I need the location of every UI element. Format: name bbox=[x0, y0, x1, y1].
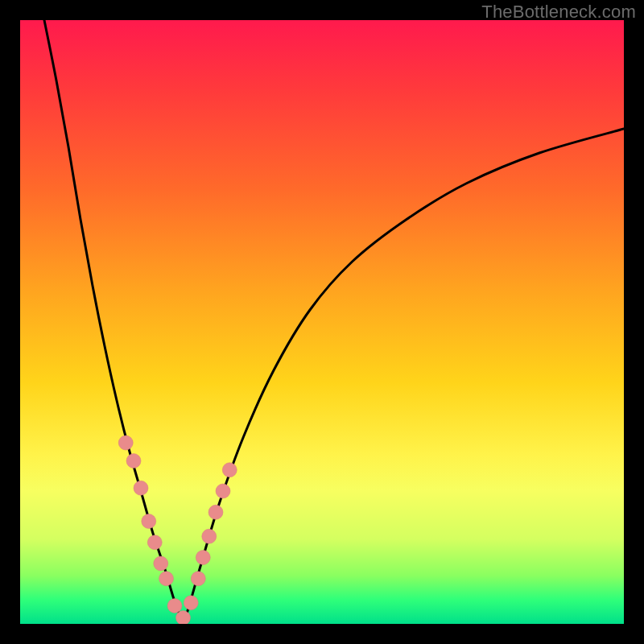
marker-dot bbox=[142, 514, 156, 529]
marker-dot bbox=[222, 463, 237, 477]
marker-dot bbox=[147, 535, 162, 550]
marker-dot bbox=[202, 529, 217, 543]
marker-dot bbox=[154, 556, 168, 571]
watermark-text: TheBottleneck.com bbox=[481, 2, 636, 23]
marker-dot bbox=[191, 572, 205, 586]
marker-dot bbox=[184, 596, 198, 610]
marker-dot bbox=[208, 505, 223, 519]
marker-dot bbox=[196, 551, 210, 565]
marker-dot bbox=[176, 611, 191, 625]
marker-dot bbox=[126, 454, 141, 469]
marker-dot bbox=[167, 599, 182, 613]
marker-group bbox=[118, 436, 237, 624]
plot-area bbox=[20, 20, 624, 624]
marker-dot bbox=[159, 572, 174, 586]
chart-svg bbox=[20, 20, 624, 624]
marker-dot bbox=[216, 484, 230, 498]
curve-right bbox=[184, 129, 625, 624]
marker-dot bbox=[134, 481, 148, 495]
curve-left bbox=[44, 20, 184, 624]
marker-dot bbox=[118, 436, 133, 450]
